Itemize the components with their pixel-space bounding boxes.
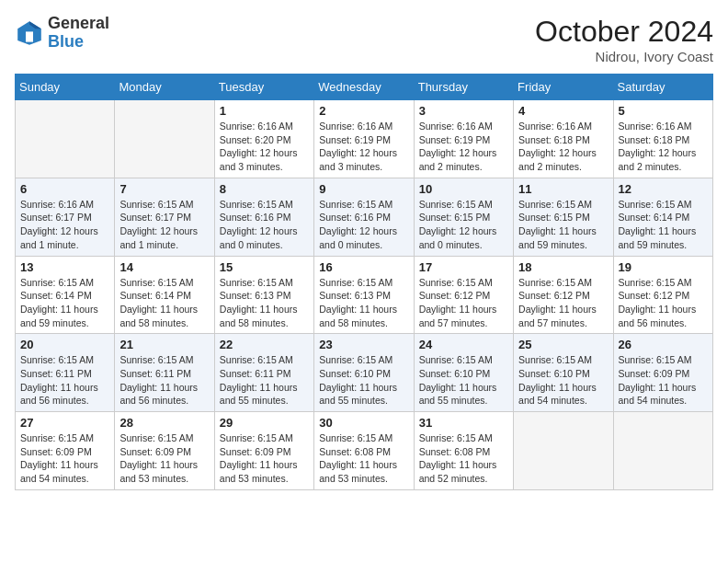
month-title: October 2024 (535, 15, 713, 49)
logo-blue-text: Blue (48, 33, 109, 52)
logo-general-text: General (48, 15, 109, 33)
calendar-cell: 4Sunrise: 6:16 AM Sunset: 6:18 PM Daylig… (514, 100, 613, 178)
calendar-cell: 31Sunrise: 6:15 AM Sunset: 6:08 PM Dayli… (414, 412, 513, 490)
weekday-header-sunday: Sunday (16, 75, 115, 100)
calendar-cell: 30Sunrise: 6:15 AM Sunset: 6:08 PM Dayli… (314, 412, 414, 490)
day-info: Sunrise: 6:15 AM Sunset: 6:10 PM Dayligh… (419, 353, 508, 408)
day-info: Sunrise: 6:15 AM Sunset: 6:10 PM Dayligh… (518, 353, 608, 408)
day-number: 10 (419, 182, 508, 196)
svg-rect-2 (26, 31, 33, 41)
calendar-cell: 22Sunrise: 6:15 AM Sunset: 6:11 PM Dayli… (214, 334, 313, 412)
calendar-cell: 23Sunrise: 6:15 AM Sunset: 6:10 PM Dayli… (314, 334, 414, 412)
day-number: 12 (619, 182, 708, 196)
day-number: 27 (20, 416, 109, 430)
day-info: Sunrise: 6:15 AM Sunset: 6:13 PM Dayligh… (220, 276, 309, 330)
day-number: 24 (419, 338, 508, 351)
calendar-table: SundayMondayTuesdayWednesdayThursdayFrid… (15, 74, 713, 490)
calendar-cell: 2Sunrise: 6:16 AM Sunset: 6:19 PM Daylig… (314, 100, 414, 178)
calendar-cell (514, 412, 613, 490)
day-number: 18 (518, 260, 608, 274)
calendar-week-row: 13Sunrise: 6:15 AM Sunset: 6:14 PM Dayli… (16, 256, 713, 334)
calendar-cell: 9Sunrise: 6:15 AM Sunset: 6:16 PM Daylig… (314, 178, 414, 256)
calendar-cell: 1Sunrise: 6:16 AM Sunset: 6:20 PM Daylig… (214, 100, 313, 178)
day-number: 14 (119, 260, 209, 274)
day-number: 5 (619, 104, 708, 118)
day-number: 7 (119, 182, 209, 196)
day-info: Sunrise: 6:15 AM Sunset: 6:11 PM Dayligh… (20, 353, 109, 408)
day-info: Sunrise: 6:15 AM Sunset: 6:16 PM Dayligh… (319, 198, 408, 252)
day-number: 20 (20, 338, 109, 351)
day-number: 31 (419, 416, 508, 430)
calendar-cell: 10Sunrise: 6:15 AM Sunset: 6:15 PM Dayli… (414, 178, 513, 256)
day-info: Sunrise: 6:15 AM Sunset: 6:09 PM Dayligh… (119, 431, 209, 486)
calendar-week-row: 1Sunrise: 6:16 AM Sunset: 6:20 PM Daylig… (16, 100, 713, 178)
day-number: 23 (319, 338, 408, 351)
day-info: Sunrise: 6:15 AM Sunset: 6:14 PM Dayligh… (119, 276, 209, 330)
day-info: Sunrise: 6:15 AM Sunset: 6:15 PM Dayligh… (518, 198, 608, 252)
calendar-cell: 24Sunrise: 6:15 AM Sunset: 6:10 PM Dayli… (414, 334, 513, 412)
day-info: Sunrise: 6:15 AM Sunset: 6:08 PM Dayligh… (419, 431, 508, 486)
day-info: Sunrise: 6:15 AM Sunset: 6:16 PM Dayligh… (220, 198, 309, 252)
day-info: Sunrise: 6:15 AM Sunset: 6:10 PM Dayligh… (319, 353, 408, 408)
day-info: Sunrise: 6:15 AM Sunset: 6:13 PM Dayligh… (319, 276, 408, 330)
calendar-cell: 16Sunrise: 6:15 AM Sunset: 6:13 PM Dayli… (314, 256, 414, 334)
day-number: 1 (220, 104, 309, 118)
day-info: Sunrise: 6:16 AM Sunset: 6:18 PM Dayligh… (619, 120, 708, 174)
calendar-cell: 21Sunrise: 6:15 AM Sunset: 6:11 PM Dayli… (115, 334, 214, 412)
day-info: Sunrise: 6:16 AM Sunset: 6:20 PM Dayligh… (220, 120, 309, 174)
calendar-cell: 18Sunrise: 6:15 AM Sunset: 6:12 PM Dayli… (514, 256, 613, 334)
calendar-week-row: 27Sunrise: 6:15 AM Sunset: 6:09 PM Dayli… (16, 412, 713, 490)
day-number: 25 (518, 338, 608, 351)
logo: General Blue (15, 15, 109, 52)
calendar-cell: 19Sunrise: 6:15 AM Sunset: 6:12 PM Dayli… (613, 256, 712, 334)
calendar-cell: 28Sunrise: 6:15 AM Sunset: 6:09 PM Dayli… (115, 412, 214, 490)
calendar-cell: 6Sunrise: 6:16 AM Sunset: 6:17 PM Daylig… (16, 178, 115, 256)
calendar-cell: 26Sunrise: 6:15 AM Sunset: 6:09 PM Dayli… (613, 334, 712, 412)
day-number: 6 (20, 182, 109, 196)
calendar-cell: 27Sunrise: 6:15 AM Sunset: 6:09 PM Dayli… (16, 412, 115, 490)
title-block: October 2024 Nidrou, Ivory Coast (535, 15, 713, 64)
day-number: 3 (419, 104, 508, 118)
day-info: Sunrise: 6:15 AM Sunset: 6:15 PM Dayligh… (419, 198, 508, 252)
weekday-header-thursday: Thursday (414, 75, 513, 100)
weekday-header-saturday: Saturday (613, 75, 712, 100)
day-info: Sunrise: 6:15 AM Sunset: 6:12 PM Dayligh… (419, 276, 508, 330)
day-number: 19 (619, 260, 708, 274)
weekday-header-tuesday: Tuesday (214, 75, 313, 100)
day-number: 30 (319, 416, 408, 430)
calendar-cell: 17Sunrise: 6:15 AM Sunset: 6:12 PM Dayli… (414, 256, 513, 334)
calendar-cell: 12Sunrise: 6:15 AM Sunset: 6:14 PM Dayli… (613, 178, 712, 256)
day-number: 4 (518, 104, 608, 118)
day-info: Sunrise: 6:15 AM Sunset: 6:17 PM Dayligh… (119, 198, 209, 252)
calendar-cell: 29Sunrise: 6:15 AM Sunset: 6:09 PM Dayli… (214, 412, 313, 490)
page-header: General Blue October 2024 Nidrou, Ivory … (15, 15, 713, 64)
calendar-cell: 14Sunrise: 6:15 AM Sunset: 6:14 PM Dayli… (115, 256, 214, 334)
weekday-header-friday: Friday (514, 75, 613, 100)
calendar-week-row: 20Sunrise: 6:15 AM Sunset: 6:11 PM Dayli… (16, 334, 713, 412)
day-info: Sunrise: 6:15 AM Sunset: 6:12 PM Dayligh… (518, 276, 608, 330)
day-number: 11 (518, 182, 608, 196)
day-number: 17 (419, 260, 508, 274)
calendar-week-row: 6Sunrise: 6:16 AM Sunset: 6:17 PM Daylig… (16, 178, 713, 256)
calendar-cell (115, 100, 214, 178)
calendar-cell: 20Sunrise: 6:15 AM Sunset: 6:11 PM Dayli… (16, 334, 115, 412)
day-info: Sunrise: 6:15 AM Sunset: 6:09 PM Dayligh… (619, 353, 708, 408)
weekday-header-row: SundayMondayTuesdayWednesdayThursdayFrid… (16, 75, 713, 100)
location-text: Nidrou, Ivory Coast (535, 49, 713, 64)
calendar-cell: 13Sunrise: 6:15 AM Sunset: 6:14 PM Dayli… (16, 256, 115, 334)
day-number: 9 (319, 182, 408, 196)
calendar-cell: 7Sunrise: 6:15 AM Sunset: 6:17 PM Daylig… (115, 178, 214, 256)
day-info: Sunrise: 6:15 AM Sunset: 6:14 PM Dayligh… (619, 198, 708, 252)
calendar-cell: 15Sunrise: 6:15 AM Sunset: 6:13 PM Dayli… (214, 256, 313, 334)
calendar-cell (613, 412, 712, 490)
day-info: Sunrise: 6:16 AM Sunset: 6:17 PM Dayligh… (20, 198, 109, 252)
calendar-cell: 5Sunrise: 6:16 AM Sunset: 6:18 PM Daylig… (613, 100, 712, 178)
weekday-header-monday: Monday (115, 75, 214, 100)
logo-icon (15, 18, 44, 48)
day-info: Sunrise: 6:16 AM Sunset: 6:19 PM Dayligh… (419, 120, 508, 174)
day-number: 13 (20, 260, 109, 274)
calendar-cell: 3Sunrise: 6:16 AM Sunset: 6:19 PM Daylig… (414, 100, 513, 178)
calendar-cell: 25Sunrise: 6:15 AM Sunset: 6:10 PM Dayli… (514, 334, 613, 412)
day-number: 21 (119, 338, 209, 351)
day-number: 16 (319, 260, 408, 274)
